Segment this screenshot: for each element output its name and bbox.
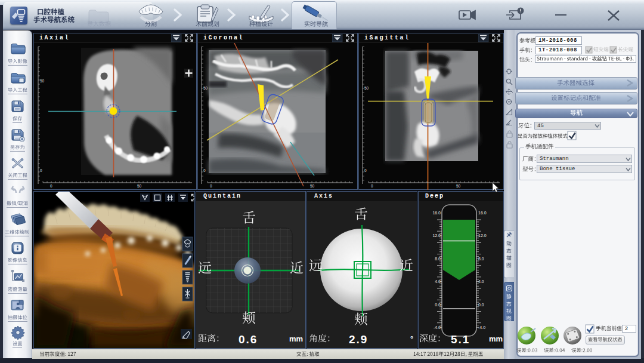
svg-text:0: 0: [364, 168, 367, 173]
svg-text:0: 0: [371, 184, 373, 188]
svg-text:0: 0: [203, 168, 206, 173]
svg-text:50: 50: [40, 79, 45, 83]
svg-text:50: 50: [456, 184, 461, 188]
svg-text:0: 0: [40, 168, 42, 173]
svg-text:50: 50: [203, 86, 208, 90]
svg-text:50: 50: [364, 86, 369, 90]
